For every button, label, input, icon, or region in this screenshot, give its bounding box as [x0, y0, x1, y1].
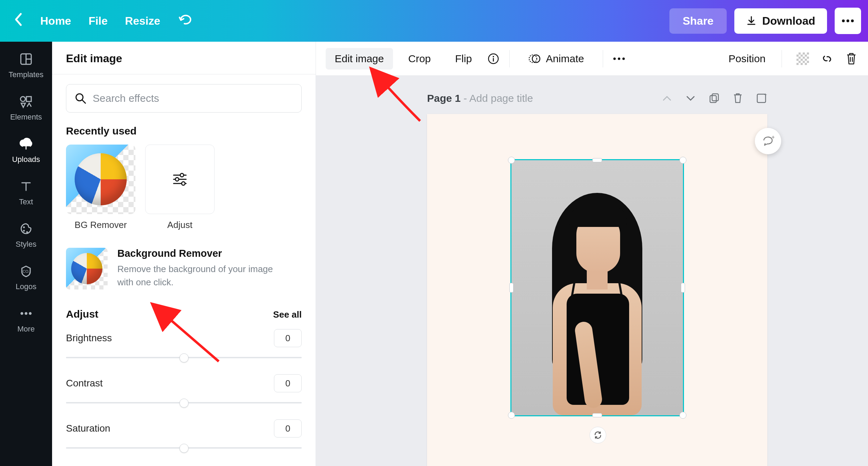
- resize-handle-e[interactable]: [681, 283, 685, 293]
- transparency-icon[interactable]: [796, 52, 810, 66]
- toolbar-left: Edit image Crop Flip Animate: [326, 48, 625, 70]
- svg-rect-34: [712, 94, 718, 101]
- svg-rect-25: [493, 58, 494, 62]
- rail-templates-label: Templates: [9, 70, 43, 79]
- templates-icon: [18, 51, 34, 67]
- position-button[interactable]: Position: [726, 48, 768, 70]
- rail-styles-label: Styles: [16, 240, 36, 249]
- bg-remover-thumb: [66, 145, 135, 214]
- duplicate-page-icon[interactable]: [708, 92, 720, 104]
- canvas-area: Edit image Crop Flip Animate Position: [316, 42, 868, 466]
- resize-handle-n[interactable]: [592, 158, 602, 162]
- saturation-value[interactable]: 0: [274, 419, 302, 438]
- recent-adjust-label: Adjust: [167, 220, 192, 230]
- animate-button[interactable]: Animate: [519, 48, 593, 70]
- svg-point-28: [614, 57, 616, 60]
- canvas-stage[interactable]: Page 1 - Add page title +: [316, 76, 868, 466]
- contrast-value[interactable]: 0: [274, 374, 302, 392]
- saturation-track[interactable]: [66, 442, 302, 453]
- trash-icon[interactable]: [844, 52, 858, 66]
- rail-templates[interactable]: Templates: [9, 51, 43, 79]
- see-all-link[interactable]: See all: [273, 309, 302, 320]
- info-icon[interactable]: [487, 52, 500, 65]
- resize-handle-se[interactable]: [679, 412, 686, 419]
- rail-more[interactable]: More: [17, 306, 35, 334]
- page-title-area[interactable]: Page 1 - Add page title: [427, 92, 533, 104]
- resize-handle-sw[interactable]: [508, 412, 515, 419]
- topbar-right: Share Download: [669, 8, 861, 34]
- svg-text:+: +: [771, 134, 775, 140]
- page-canvas[interactable]: [427, 114, 767, 466]
- recent-adjust[interactable]: Adjust: [145, 145, 215, 230]
- canvas-toolbar: Edit image Crop Flip Animate Position: [316, 42, 868, 76]
- sync-button[interactable]: [590, 427, 606, 443]
- logos-icon: CO.: [18, 263, 34, 279]
- crop-button[interactable]: Crop: [399, 48, 440, 70]
- edit-image-button[interactable]: Edit image: [326, 48, 393, 70]
- rail-text[interactable]: Text: [18, 179, 34, 206]
- selected-image[interactable]: [510, 159, 684, 416]
- rail-styles[interactable]: Styles: [16, 221, 36, 249]
- edit-image-panel: Edit image Recently used BG Remover: [52, 42, 316, 466]
- adjust-heading: Adjust: [66, 308, 98, 320]
- resize-handle-ne[interactable]: [679, 157, 686, 164]
- svg-point-22: [182, 182, 185, 185]
- rail-more-label: More: [17, 325, 35, 334]
- rail-uploads-label: Uploads: [12, 155, 40, 164]
- svg-line-16: [82, 100, 85, 103]
- bg-remover-text: Background Remover Remove the background…: [117, 248, 281, 289]
- rail-elements[interactable]: Elements: [10, 94, 42, 122]
- brightness-value[interactable]: 0: [274, 329, 302, 347]
- rail-elements-label: Elements: [10, 113, 42, 122]
- resize-handle-s[interactable]: [592, 413, 602, 417]
- resize-menu[interactable]: Resize: [125, 15, 160, 27]
- beachball-icon: [71, 253, 102, 284]
- download-label: Download: [762, 15, 815, 27]
- sliders-icon: [172, 171, 188, 188]
- svg-text:+: +: [764, 93, 767, 97]
- link-icon[interactable]: [820, 52, 834, 66]
- download-button[interactable]: Download: [734, 8, 827, 34]
- share-button[interactable]: Share: [669, 8, 727, 34]
- home-menu[interactable]: Home: [40, 15, 71, 27]
- page-title-placeholder: Add page title: [469, 92, 533, 104]
- background-remover-item[interactable]: Background Remover Remove the background…: [66, 248, 302, 289]
- undo-icon[interactable]: [177, 13, 192, 29]
- styles-icon: [18, 221, 34, 236]
- annotation-arrow-1: [378, 79, 427, 129]
- comment-button[interactable]: +: [755, 128, 781, 154]
- overflow-button[interactable]: [835, 8, 861, 34]
- contrast-track[interactable]: [66, 397, 302, 408]
- expand-down-icon[interactable]: [685, 92, 696, 104]
- delete-page-icon[interactable]: [732, 92, 744, 104]
- toolbar-more-icon[interactable]: [613, 52, 625, 65]
- more-icon: [18, 306, 34, 321]
- saturation-label: Saturation: [66, 423, 110, 434]
- recent-bg-remover[interactable]: BG Remover: [66, 145, 135, 230]
- svg-point-21: [175, 178, 179, 181]
- adjust-section-header: Adjust See all: [66, 308, 302, 320]
- panel-title: Edit image: [52, 42, 316, 74]
- page-header-actions: +: [661, 92, 767, 104]
- brightness-track[interactable]: [66, 352, 302, 362]
- svg-point-24: [493, 56, 494, 57]
- topbar-left: Home File Resize: [7, 13, 192, 30]
- svg-rect-7: [26, 97, 31, 101]
- rail-uploads[interactable]: Uploads: [12, 136, 40, 164]
- svg-point-6: [20, 97, 25, 101]
- resize-handle-w[interactable]: [509, 283, 514, 293]
- rail-logos[interactable]: CO. Logos: [16, 263, 36, 291]
- add-page-icon[interactable]: +: [756, 92, 767, 104]
- search-effects-field[interactable]: [66, 84, 302, 113]
- animate-label: Animate: [546, 53, 584, 65]
- file-menu[interactable]: File: [89, 15, 108, 27]
- recently-used-heading: Recently used: [66, 125, 302, 137]
- svg-point-10: [26, 231, 28, 233]
- collapse-up-icon[interactable]: [661, 92, 673, 104]
- contrast-label: Contrast: [66, 378, 103, 389]
- search-input[interactable]: [93, 92, 293, 104]
- back-icon[interactable]: [14, 13, 23, 30]
- adjust-thumb: [145, 145, 215, 214]
- resize-handle-nw[interactable]: [508, 157, 515, 164]
- flip-button[interactable]: Flip: [446, 48, 481, 70]
